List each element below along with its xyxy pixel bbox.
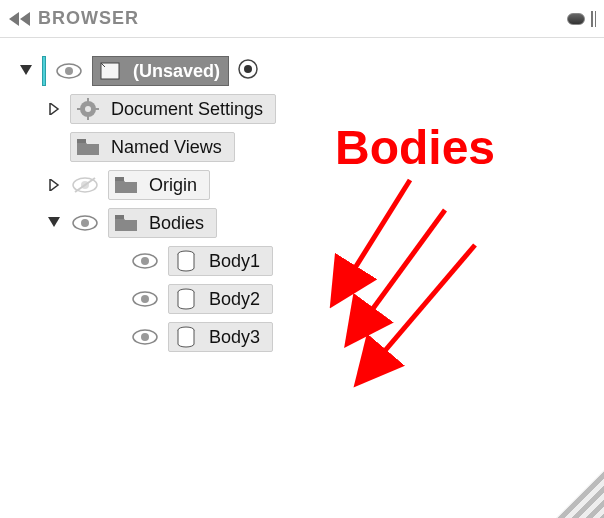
tree-item-chip[interactable]: Origin: [108, 170, 210, 200]
tree-item-body[interactable]: Body1: [130, 242, 604, 280]
tree-item-chip[interactable]: Body3: [168, 322, 273, 352]
visibility-toggle[interactable]: [130, 325, 160, 349]
tree-root-row[interactable]: (Unsaved): [18, 52, 604, 90]
active-indicator: [42, 56, 46, 86]
svg-marker-0: [9, 12, 19, 26]
minimize-pill-icon[interactable]: [567, 13, 585, 25]
tree-item-label: Body1: [209, 251, 260, 272]
viewport-corner: [524, 438, 604, 518]
svg-rect-21: [115, 177, 124, 181]
svg-marker-9: [50, 103, 58, 115]
root-component-label: (Unsaved): [133, 61, 220, 82]
gear-icon: [75, 98, 101, 120]
svg-point-11: [85, 106, 91, 112]
caret-down-icon[interactable]: [46, 217, 62, 229]
svg-marker-17: [50, 179, 58, 191]
caret-right-icon[interactable]: [46, 179, 62, 191]
visibility-toggle[interactable]: [70, 211, 100, 235]
visibility-toggle[interactable]: [54, 59, 84, 83]
tree-item-chip[interactable]: Document Settings: [70, 94, 276, 124]
tree-item-document-settings[interactable]: Document Settings: [46, 90, 604, 128]
visibility-toggle[interactable]: [130, 287, 160, 311]
svg-point-33: [141, 333, 149, 341]
svg-rect-16: [77, 139, 86, 143]
tree-item-chip[interactable]: Body2: [168, 284, 273, 314]
svg-point-8: [244, 65, 252, 73]
tree-item-origin[interactable]: Origin: [46, 166, 604, 204]
tree-item-chip[interactable]: Named Views: [70, 132, 235, 162]
caret-right-icon[interactable]: [46, 103, 62, 115]
root-component-chip[interactable]: (Unsaved): [92, 56, 229, 86]
body-icon: [173, 288, 199, 310]
svg-marker-2: [20, 65, 32, 75]
tree-item-body[interactable]: Body3: [130, 318, 604, 356]
tree-item-chip[interactable]: Bodies: [108, 208, 217, 238]
body-icon: [173, 250, 199, 272]
folder-icon: [113, 212, 139, 234]
visibility-toggle-hidden[interactable]: [70, 173, 100, 197]
tree-item-label: Origin: [149, 175, 197, 196]
svg-rect-13: [87, 116, 89, 120]
folder-icon: [75, 136, 101, 158]
tree-item-label: Body3: [209, 327, 260, 348]
tree-item-label: Named Views: [111, 137, 222, 158]
svg-rect-14: [77, 108, 81, 110]
svg-rect-12: [87, 98, 89, 102]
browser-tree: (Unsaved) Document Settings: [0, 38, 604, 356]
rewind-icon[interactable]: [8, 12, 32, 26]
svg-point-27: [141, 257, 149, 265]
tree-item-label: Bodies: [149, 213, 204, 234]
svg-rect-25: [115, 215, 124, 219]
active-component-radio[interactable]: [237, 58, 259, 85]
svg-rect-15: [95, 108, 99, 110]
tree-item-named-views[interactable]: Named Views: [46, 128, 604, 166]
caret-down-icon[interactable]: [18, 65, 34, 77]
body-icon: [173, 326, 199, 348]
svg-point-4: [65, 67, 73, 75]
svg-point-30: [141, 295, 149, 303]
tree-item-body[interactable]: Body2: [130, 280, 604, 318]
svg-marker-22: [48, 217, 60, 227]
svg-point-24: [81, 219, 89, 227]
visibility-toggle[interactable]: [130, 249, 160, 273]
tree-item-bodies[interactable]: Bodies: [46, 204, 604, 242]
browser-panel-title: BROWSER: [38, 8, 567, 29]
browser-panel-header: BROWSER: [0, 0, 604, 38]
tree-item-label: Body2: [209, 289, 260, 310]
svg-marker-1: [20, 12, 30, 26]
tree-item-chip[interactable]: Body1: [168, 246, 273, 276]
component-icon: [97, 60, 123, 82]
tree-item-label: Document Settings: [111, 99, 263, 120]
folder-icon: [113, 174, 139, 196]
panel-divider-icon[interactable]: [591, 11, 596, 27]
